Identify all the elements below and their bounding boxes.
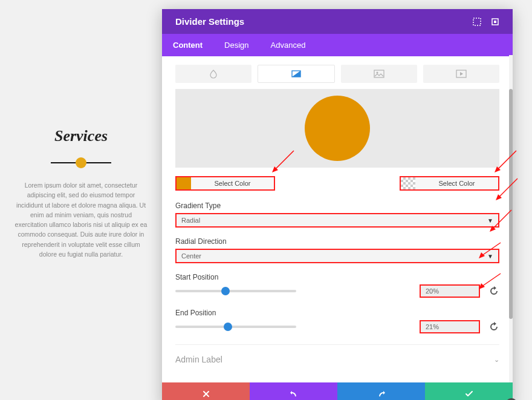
tab-content[interactable]: Content (162, 34, 213, 56)
tab-design[interactable]: Design (213, 34, 259, 56)
admin-label-text: Admin Label (175, 355, 222, 364)
panel-body: Select Color Select Color Gradient Type … (162, 89, 513, 382)
page-preview: Services Lorem ipsum dolor sit amet, con… (0, 0, 162, 400)
start-position-label: Start Position (175, 273, 499, 281)
color-picker-2[interactable]: Select Color (400, 176, 499, 191)
svg-rect-2 (494, 21, 496, 23)
chevron-down-icon: ▼ (487, 253, 493, 260)
end-position-label: End Position (175, 309, 499, 317)
gradient-preview (175, 89, 499, 168)
reset-icon[interactable] (488, 321, 499, 332)
slider-thumb[interactable] (224, 323, 232, 331)
color-picker-1-label: Select Color (191, 177, 274, 189)
scrollbar[interactable] (509, 55, 513, 382)
start-position-slider[interactable] (175, 290, 296, 292)
snap-icon[interactable] (491, 18, 499, 26)
settings-tabs: Content Design Advanced (162, 34, 513, 56)
subtab-color[interactable] (175, 65, 251, 83)
radial-direction-label: Radial Direction (175, 237, 499, 246)
color-picker-2-label: Select Color (415, 177, 498, 189)
end-position-value[interactable]: 21% (420, 320, 480, 333)
svg-rect-4 (374, 70, 384, 77)
undo-button[interactable] (250, 382, 337, 400)
subtab-video[interactable] (423, 65, 499, 83)
end-position-slider[interactable] (175, 326, 296, 328)
tab-advanced[interactable]: Advanced (260, 34, 317, 56)
admin-label-accordion[interactable]: Admin Label ⌄ (175, 344, 499, 374)
subtab-gradient[interactable] (258, 65, 335, 83)
slider-thumb[interactable] (221, 287, 230, 295)
background-subtabs (162, 56, 513, 89)
radial-direction-select[interactable]: Center ▼ (175, 249, 499, 263)
gradient-preview-circle (305, 96, 370, 161)
chevron-down-icon: ⌄ (494, 356, 499, 364)
cancel-button[interactable] (162, 382, 250, 400)
subtab-image[interactable] (341, 65, 417, 83)
preview-divider (51, 162, 111, 163)
chevron-down-icon: ▼ (487, 217, 493, 224)
svg-rect-0 (473, 18, 481, 25)
preview-heading: Services (15, 127, 148, 145)
gradient-type-value: Radial (181, 217, 200, 224)
expand-icon[interactable] (473, 18, 481, 26)
redo-button[interactable] (337, 382, 425, 400)
panel-footer (162, 382, 513, 400)
radial-direction-value: Center (181, 252, 201, 260)
gradient-type-select[interactable]: Radial ▼ (175, 213, 499, 228)
panel-header: Divider Settings (162, 9, 513, 34)
color-swatch-2 (401, 177, 415, 189)
settings-panel: Divider Settings Content Design Advanced (162, 9, 513, 400)
gradient-type-label: Gradient Type (175, 202, 499, 210)
start-position-value[interactable]: 20% (420, 284, 480, 298)
color-swatch-1 (177, 177, 191, 189)
svg-point-5 (377, 72, 378, 74)
save-button[interactable] (425, 382, 513, 400)
color-picker-1[interactable]: Select Color (175, 176, 275, 191)
preview-paragraph: Lorem ipsum dolor sit amet, consectetur … (15, 180, 148, 259)
scrollbar-thumb[interactable] (509, 89, 513, 319)
reset-icon[interactable] (488, 286, 499, 297)
panel-title: Divider Settings (175, 16, 244, 27)
